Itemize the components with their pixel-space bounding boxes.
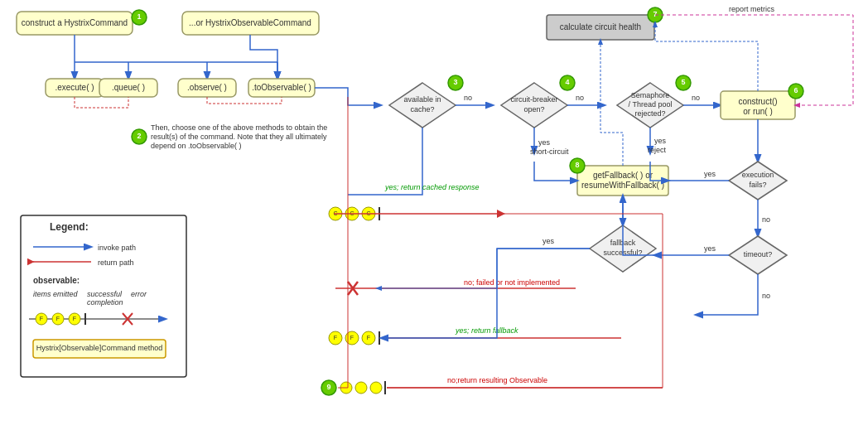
circuit-breaker-text2: open?: [523, 105, 544, 113]
step4-number: 4: [565, 78, 569, 86]
return-path-label: return path: [98, 258, 134, 267]
fallback-f2-text: F: [350, 335, 354, 340]
legend-f2-text: F: [56, 316, 60, 321]
step2-note-line1: Then, choose one of the above methods to…: [151, 123, 327, 132]
semaphore-text3: rejected?: [634, 109, 665, 118]
items-emitted-label: items emitted: [33, 290, 79, 298]
get-fallback-text1: getFallback( ) or: [593, 171, 653, 180]
cache-text1: available in: [403, 95, 441, 104]
hystrix-diagram: { "title": "Hystrix Command Flow Diagram…: [0, 0, 868, 425]
legend-f3-text: F: [73, 316, 76, 321]
timeout-text: timeout?: [744, 250, 773, 258]
no-label-4: no: [576, 94, 584, 102]
to-observable-label: .toObservable( ): [252, 83, 311, 92]
semaphore-text1: Semaphore: [631, 91, 670, 99]
step7-number: 7: [653, 10, 657, 18]
yes-cached-label: yes; return cached response: [384, 183, 480, 191]
yes-timeout-label: yes: [704, 244, 716, 253]
construct-run-text2: or run( ): [743, 107, 773, 116]
construct-hystrix-label: construct a HystrixCommand: [22, 18, 128, 27]
obs-circle-3: [370, 382, 382, 394]
reject-label: reject: [648, 146, 667, 154]
yes-fallback-arrow-label: yes: [542, 237, 555, 245]
observe-label: .observe( ): [187, 83, 227, 92]
short-circuit-label: short-circuit: [530, 147, 569, 156]
successful-completion-label2: completion: [87, 298, 123, 307]
circuit-health-label: calculate circuit health: [560, 22, 641, 31]
execute-label: .execute( ): [55, 83, 94, 92]
yes-label-5: yes: [654, 137, 667, 145]
fallback-f3-text: F: [367, 335, 370, 340]
semaphore-text2: / Thread pool: [629, 100, 673, 109]
no-timeout-label: no: [762, 292, 770, 300]
step8-number: 8: [575, 161, 579, 169]
step3-number: 3: [453, 78, 457, 86]
yes-fallback-label: yes; return fallback: [455, 326, 518, 335]
error-label: error: [131, 290, 147, 298]
successful-completion-label: successful: [87, 290, 123, 298]
get-fallback-text2: resumeWithFallback( ): [581, 181, 664, 190]
execution-fails-text2: fails?: [749, 181, 766, 189]
circuit-breaker-text1: circuit-breaker: [510, 95, 557, 104]
hystrix-method-label: Hystrix[Observable]Command method: [36, 344, 163, 352]
step2-number: 2: [137, 132, 141, 140]
no-label-3: no: [464, 94, 472, 102]
no-label-5: no: [692, 94, 700, 102]
step2-note-line2: result(s) of the command. Note that they…: [151, 133, 327, 141]
step1-number: 1: [137, 12, 141, 21]
report-metrics-label: report metrics: [729, 5, 775, 13]
obs-circle-2: [355, 382, 367, 394]
legend-f1-text: F: [40, 316, 43, 321]
legend-title: Legend:: [50, 221, 89, 233]
observable-label: observable:: [33, 276, 80, 285]
construct-run-text1: construct(): [738, 97, 777, 106]
step2-note-line3: depend on .toObservable( ): [151, 142, 242, 150]
step5-number: 5: [681, 78, 685, 86]
fallback-f1-text: F: [334, 335, 337, 340]
queue-label: .queue( ): [112, 83, 145, 92]
yes-label-4: yes: [538, 138, 551, 147]
cache-text2: cache?: [410, 105, 434, 113]
no-resulting-label: no;return resulting Observable: [447, 376, 547, 384]
or-observable-label: ...or HystrixObservableCommand: [189, 18, 311, 27]
execution-fails-text1: execution: [742, 171, 774, 179]
step6-number: 6: [793, 86, 798, 94]
no-exec-label: no: [762, 215, 770, 224]
no-failed-label: no; failed or not implemented: [464, 278, 560, 287]
invoke-path-label: invoke path: [98, 244, 136, 252]
step9-number: 9: [326, 383, 330, 391]
yes-exec-label: yes: [704, 170, 716, 178]
